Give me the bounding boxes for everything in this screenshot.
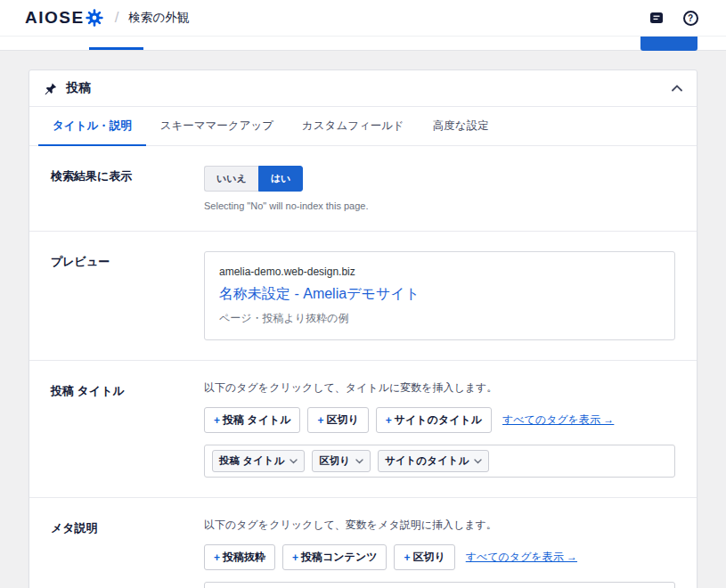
tab-schema-markup[interactable]: スキーママークアップ (146, 107, 288, 145)
add-tag-separator-button[interactable]: + 区切り (307, 407, 368, 433)
toggle-no-button[interactable]: いいえ (204, 166, 258, 192)
plus-icon: + (292, 551, 298, 564)
breadcrumb-separator: / (115, 9, 119, 27)
posts-settings-card: 投稿 タイトル・説明 スキーママークアップ カスタムフィールド 高度な設定 検索… (29, 69, 697, 588)
tag-button-label: 区切り (327, 412, 359, 428)
add-tag-separator-button[interactable]: + 区切り (394, 544, 454, 570)
show-all-tags-link[interactable]: すべてのタグを表示 → (466, 550, 577, 565)
aioseo-logo-text: AIOSE (25, 8, 85, 28)
row-label-post-title: 投稿 タイトル (51, 380, 204, 478)
add-tag-post-excerpt-button[interactable]: + 投稿抜粋 (204, 544, 275, 570)
help-icon: ? (683, 11, 698, 26)
docs-button[interactable] (646, 7, 667, 29)
plus-icon: + (214, 551, 220, 564)
preview-title: 名称未設定 - Ameliaデモサイト (219, 285, 660, 304)
save-changes-button-partial[interactable] (640, 37, 697, 51)
post-title-tag-field[interactable]: 投稿 タイトル 区切り サイトのタイトル (204, 445, 675, 478)
collapse-card-button[interactable] (672, 85, 682, 92)
card-header-posts[interactable]: 投稿 (29, 70, 697, 107)
plus-icon: + (317, 414, 323, 427)
tag-button-label: 投稿 タイトル (223, 412, 290, 428)
show-in-search-toggle: いいえ はい (204, 166, 303, 192)
toggle-yes-button[interactable]: はい (258, 166, 304, 192)
row-label-preview: プレビュー (51, 251, 204, 340)
preview-domain: amelia-demo.web-design.biz (219, 265, 660, 278)
add-tag-post-title-button[interactable]: + 投稿 タイトル (204, 407, 300, 433)
meta-description-tag-field[interactable]: 投稿抜粋 (204, 582, 675, 588)
card-title: 投稿 (66, 80, 91, 96)
tag-pill-post-title[interactable]: 投稿 タイトル (212, 450, 305, 472)
row-post-title: 投稿 タイトル 以下のタグをクリックして、タイトルに変数を挿入します。 + 投稿… (29, 361, 697, 498)
post-title-hint: 以下のタグをクリックして、タイトルに変数を挿入します。 (204, 380, 675, 396)
add-tag-post-content-button[interactable]: + 投稿コンテンツ (282, 544, 387, 570)
meta-description-hint: 以下のタグをクリックして、変数をメタ説明に挿入します。 (204, 518, 675, 533)
active-nav-tab-indicator (89, 47, 143, 50)
pushpin-icon (44, 82, 57, 95)
chevron-up-icon (672, 85, 682, 92)
no-index-help-text: Selecting "No" will no-index this page. (204, 200, 675, 211)
aioseo-logo[interactable]: AIOSE (25, 8, 103, 28)
chevron-down-icon (474, 459, 482, 464)
tab-custom-fields[interactable]: カスタムフィールド (288, 107, 419, 145)
chevron-down-icon (290, 459, 298, 464)
help-button[interactable]: ? (680, 7, 701, 29)
plus-icon: + (404, 551, 410, 564)
tag-button-label: 区切り (412, 550, 445, 565)
tag-button-label: 投稿コンテンツ (301, 550, 377, 565)
top-header: AIOSE / 検索の外観 ? (0, 0, 726, 37)
tab-title-description[interactable]: タイトル・説明 (38, 107, 146, 145)
chevron-down-icon (355, 459, 363, 464)
tag-pill-label: 区切り (319, 454, 350, 468)
row-preview: プレビュー amelia-demo.web-design.biz 名称未設定 -… (29, 232, 697, 361)
plus-icon: + (214, 414, 220, 427)
tag-pill-site-title[interactable]: サイトのタイトル (378, 450, 489, 472)
docs-icon (649, 11, 664, 25)
page-title: 検索の外観 (128, 10, 189, 26)
card-tab-bar: タイトル・説明 スキーママークアップ カスタムフィールド 高度な設定 (29, 107, 697, 146)
show-all-tags-link[interactable]: すべてのタグを表示 → (502, 412, 614, 428)
plus-icon: + (386, 414, 392, 427)
aioseo-gear-logo-icon (86, 9, 103, 27)
subnav-strip-partial (0, 37, 726, 51)
tag-pill-separator[interactable]: 区切り (312, 450, 371, 472)
tag-button-label: 投稿抜粋 (223, 550, 265, 565)
tag-pill-label: サイトのタイトル (385, 454, 469, 468)
tag-button-label: サイトのタイトル (395, 412, 482, 428)
post-title-tag-buttons: + 投稿 タイトル + 区切り + サイトのタイトル すべてのタグを表示 → (204, 407, 675, 433)
row-meta-description: メタ説明 以下のタグをクリックして、変数をメタ説明に挿入します。 + 投稿抜粋 … (29, 498, 697, 588)
meta-description-tag-buttons: + 投稿抜粋 + 投稿コンテンツ + 区切り すべてのタグを表示 → (204, 544, 675, 570)
tab-advanced[interactable]: 高度な設定 (419, 107, 503, 145)
row-label-show-in-search: 検索結果に表示 (51, 166, 204, 211)
tag-pill-label: 投稿 タイトル (219, 454, 284, 468)
header-actions: ? (646, 7, 701, 29)
add-tag-site-title-button[interactable]: + サイトのタイトル (376, 407, 492, 433)
row-label-meta-description: メタ説明 (51, 518, 204, 588)
row-show-in-search: 検索結果に表示 いいえ はい Selecting "No" will no-in… (29, 146, 697, 232)
serp-preview-box: amelia-demo.web-design.biz 名称未設定 - Ameli… (204, 251, 675, 340)
preview-description: ページ・投稿より抜粋の例 (219, 311, 660, 326)
